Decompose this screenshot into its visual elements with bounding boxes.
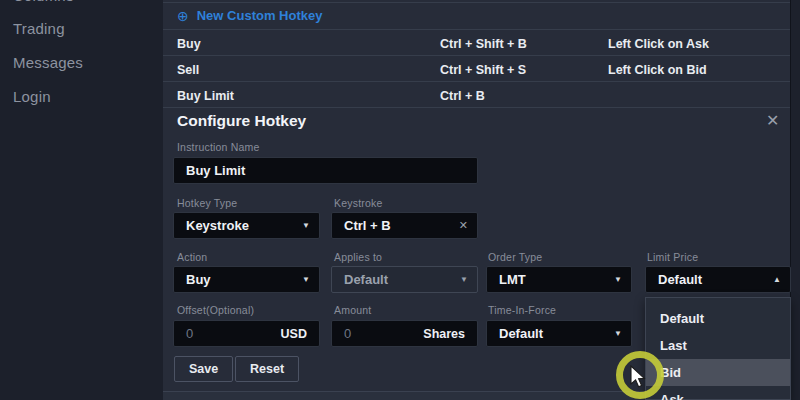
chevron-down-icon: ▼ (460, 275, 468, 284)
amount-label: Amount (334, 304, 371, 316)
hotkey-type-label: Hotkey Type (177, 197, 237, 209)
hotkey-keystroke: Ctrl + Shift + S (440, 63, 526, 77)
configure-hotkey-title: Configure Hotkey (177, 112, 306, 130)
limit-price-value: Default (658, 272, 702, 287)
chevron-down-icon: ▼ (302, 221, 310, 230)
save-button[interactable]: Save (174, 356, 233, 382)
sidebar-item-columns[interactable]: Columns (13, 0, 74, 4)
new-custom-hotkey-link[interactable]: ⊕ New Custom Hotkey (177, 8, 322, 23)
applies-to-value: Default (344, 272, 388, 287)
limit-price-dropdown-menu: Default Last Bid Ask (645, 297, 791, 400)
chevron-up-icon: ▲ (773, 275, 781, 284)
offset-input[interactable]: 0 USD (173, 320, 320, 347)
menu-option-default[interactable]: Default (646, 305, 790, 332)
limit-price-select[interactable]: Default ▲ (645, 266, 791, 293)
hotkey-type-value: Keystroke (186, 218, 249, 233)
divider (163, 107, 790, 108)
app-window: Columns Trading Messages Login ⊕ New Cus… (0, 0, 800, 400)
plus-circle-icon: ⊕ (177, 9, 189, 23)
chevron-down-icon: ▼ (302, 275, 310, 284)
close-icon[interactable]: ✕ (766, 111, 779, 130)
offset-unit: USD (281, 327, 307, 341)
menu-option-last[interactable]: Last (646, 332, 790, 359)
limit-price-label: Limit Price (647, 251, 698, 263)
hotkey-keystroke: Ctrl + Shift + B (440, 37, 527, 51)
order-type-select[interactable]: LMT ▼ (486, 266, 632, 293)
order-type-label: Order Type (488, 251, 542, 263)
keystroke-value: Ctrl + B (344, 218, 391, 233)
order-type-value: LMT (499, 272, 526, 287)
hotkey-row-sell[interactable]: Sell Ctrl + Shift + S Left Click on Bid (163, 56, 790, 83)
hotkey-mouse-binding: Left Click on Ask (608, 37, 709, 51)
action-label: Action (177, 251, 207, 263)
hotkey-name: Sell (177, 63, 199, 77)
amount-placeholder: 0 (344, 326, 351, 341)
clear-icon[interactable]: ✕ (459, 219, 468, 232)
amount-input[interactable]: 0 Shares (331, 320, 478, 347)
hotkey-mouse-binding: Left Click on Bid (608, 63, 707, 77)
time-in-force-select[interactable]: Default ▼ (486, 320, 632, 347)
hotkey-row-buy[interactable]: Buy Ctrl + Shift + B Left Click on Ask (163, 30, 790, 57)
hotkey-keystroke: Ctrl + B (440, 89, 485, 103)
new-custom-hotkey-label: New Custom Hotkey (197, 8, 323, 23)
instruction-name-input[interactable]: Buy Limit (173, 157, 478, 184)
keystroke-input[interactable]: Ctrl + B ✕ (331, 212, 478, 239)
hotkey-row-buy-limit[interactable]: Buy Limit Ctrl + B (163, 82, 790, 109)
hotkey-name: Buy Limit (177, 89, 234, 103)
action-select[interactable]: Buy ▼ (173, 266, 320, 293)
offset-label: Offset(Optional) (177, 304, 254, 316)
time-in-force-value: Default (499, 326, 543, 341)
sidebar-item-trading[interactable]: Trading (13, 20, 65, 37)
menu-option-bid[interactable]: Bid (646, 359, 790, 386)
hotkey-type-select[interactable]: Keystroke ▼ (173, 212, 320, 239)
menu-option-ask[interactable]: Ask (646, 386, 790, 400)
offset-placeholder: 0 (186, 326, 193, 341)
instruction-name-label: Instruction Name (177, 141, 260, 153)
chevron-down-icon: ▼ (614, 275, 622, 284)
settings-sidebar: Columns Trading Messages Login (0, 0, 163, 400)
reset-button[interactable]: Reset (235, 356, 299, 382)
new-custom-hotkey-row: ⊕ New Custom Hotkey (163, 2, 790, 29)
keystroke-label: Keystroke (334, 197, 383, 209)
applies-to-label: Applies to (334, 251, 382, 263)
action-value: Buy (186, 272, 211, 287)
hotkey-name: Buy (177, 37, 201, 51)
amount-unit: Shares (423, 327, 465, 341)
applies-to-select[interactable]: Default ▼ (331, 266, 478, 293)
time-in-force-label: Time-In-Force (488, 304, 556, 316)
chevron-down-icon: ▼ (614, 329, 622, 338)
sidebar-item-messages[interactable]: Messages (13, 54, 83, 71)
instruction-name-value: Buy Limit (186, 163, 245, 178)
sidebar-item-login[interactable]: Login (13, 88, 51, 105)
